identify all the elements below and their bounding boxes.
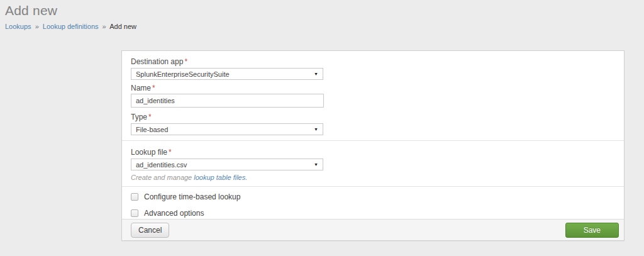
chevron-down-icon: ▼ [314, 162, 318, 167]
lookup-file-selected-value: ad_identities.csv [136, 161, 187, 169]
page-title: Add new [5, 3, 136, 18]
name-label: Name* [131, 84, 615, 92]
required-asterisk: * [148, 113, 152, 121]
required-asterisk: * [169, 148, 172, 157]
name-label-text: Name [131, 84, 151, 92]
breadcrumb-current-page: Add new [109, 23, 136, 30]
type-selected-value: File-based [136, 126, 168, 133]
advanced-options-checkbox-label[interactable]: Advanced options [144, 209, 204, 218]
type-label-text: Type [131, 113, 147, 121]
type-label: Type* [131, 113, 615, 121]
breadcrumb-separator: » [103, 23, 106, 30]
required-asterisk: * [152, 84, 155, 92]
form-body: Destination app* SplunkEnterpriseSecurit… [122, 51, 624, 219]
form-footer: Cancel Save [122, 219, 624, 240]
time-based-lookup-checkbox-row[interactable]: Configure time-based lookup [131, 192, 615, 201]
chevron-down-icon: ▼ [314, 127, 318, 131]
destination-app-label: Destination app* [131, 57, 615, 66]
name-input[interactable] [131, 94, 324, 108]
lookup-file-select[interactable]: ad_identities.csv ▼ [131, 159, 323, 170]
destination-app-label-text: Destination app [131, 57, 183, 66]
cancel-button[interactable]: Cancel [131, 223, 169, 238]
lookup-file-label-text: Lookup file [131, 148, 167, 157]
breadcrumb-link-lookup-definitions[interactable]: Lookup definitions [43, 23, 99, 30]
breadcrumb: Lookups » Lookup definitions » Add new [5, 23, 136, 30]
section-divider [122, 140, 624, 141]
time-based-lookup-checkbox-label[interactable]: Configure time-based lookup [144, 192, 240, 201]
save-button[interactable]: Save [565, 223, 619, 238]
lookup-file-help-text: Create and manage lookup table files. [131, 174, 615, 181]
add-new-form-panel: Destination app* SplunkEnterpriseSecurit… [121, 50, 625, 241]
lookup-file-label: Lookup file* [131, 148, 615, 157]
time-based-lookup-checkbox[interactable] [131, 193, 138, 201]
breadcrumb-separator: » [35, 23, 39, 30]
lookup-table-files-link[interactable]: lookup table files. [194, 174, 247, 181]
help-text-prefix: Create and manage [131, 174, 194, 181]
type-select[interactable]: File-based ▼ [131, 123, 323, 135]
destination-app-selected-value: SplunkEnterpriseSecuritySuite [136, 70, 230, 78]
required-asterisk: * [184, 57, 187, 66]
section-divider [122, 186, 624, 187]
advanced-options-checkbox-row[interactable]: Advanced options [131, 209, 615, 218]
breadcrumb-link-lookups[interactable]: Lookups [5, 23, 31, 30]
destination-app-select[interactable]: SplunkEnterpriseSecuritySuite ▼ [131, 68, 323, 80]
page-header: Add new Lookups » Lookup definitions » A… [5, 3, 136, 30]
chevron-down-icon: ▼ [314, 72, 318, 76]
advanced-options-checkbox[interactable] [131, 209, 138, 217]
